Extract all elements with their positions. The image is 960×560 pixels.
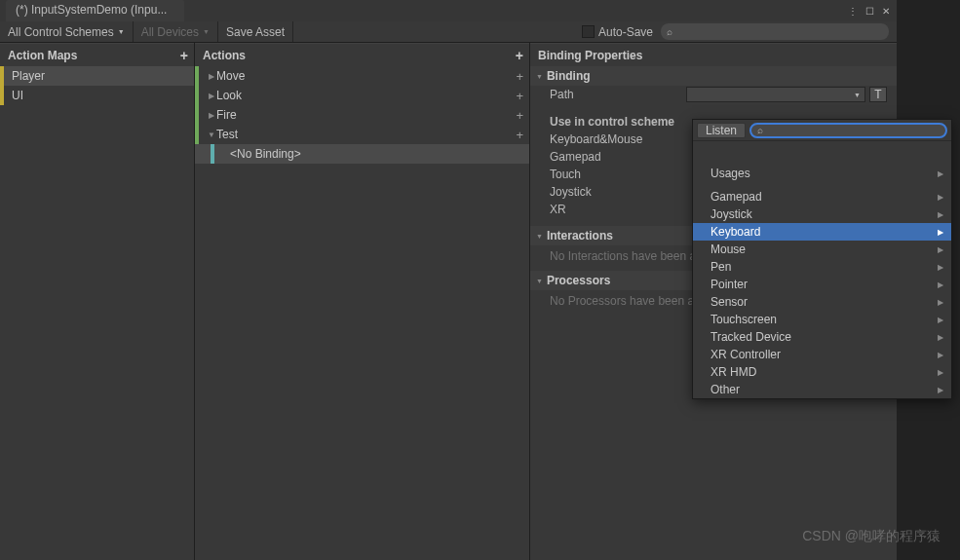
search-icon: ⌕ bbox=[667, 26, 672, 37]
use-in-scheme-label: Use in control scheme bbox=[550, 115, 696, 129]
chevron-right-icon: ▶ bbox=[938, 263, 943, 272]
add-action-button[interactable]: + bbox=[516, 48, 523, 63]
popup-item-joystick[interactable]: Joystick▶ bbox=[693, 205, 951, 223]
popup-item-touchscreen[interactable]: Touchscreen▶ bbox=[693, 311, 951, 328]
action-item-fire[interactable]: ▶ Fire + bbox=[195, 105, 529, 125]
chevron-down-icon: ▼ bbox=[118, 28, 125, 35]
listen-button[interactable]: Listen bbox=[697, 123, 746, 138]
popup-item-other[interactable]: Other▶ bbox=[693, 381, 951, 398]
color-stripe bbox=[0, 86, 4, 105]
popup-item-xr-controller[interactable]: XR Controller▶ bbox=[693, 346, 951, 363]
auto-save-label: Auto-Save bbox=[598, 25, 653, 39]
popup-item-tracked-device[interactable]: Tracked Device▶ bbox=[693, 328, 951, 346]
popup-item-keyboard[interactable]: Keyboard▶ bbox=[693, 223, 951, 241]
chevron-down-icon: ▼ bbox=[536, 73, 543, 80]
chevron-right-icon: ▶ bbox=[938, 316, 943, 324]
binding-item-nobinding[interactable]: <No Binding> bbox=[195, 144, 529, 164]
popup-item-sensor[interactable]: Sensor▶ bbox=[693, 293, 951, 311]
path-picker-popup: Listen ⌕ Usages ▶ Gamepad▶Joystick▶Keybo… bbox=[692, 119, 952, 399]
search-input[interactable]: ⌕ bbox=[661, 23, 889, 40]
chevron-right-icon: ▶ bbox=[938, 386, 943, 394]
devices-dropdown[interactable]: All Devices ▼ bbox=[134, 21, 218, 42]
scheme-keyboard-mouse: Keyboard&Mouse bbox=[550, 132, 696, 146]
chevron-right-icon: ▶ bbox=[938, 368, 943, 377]
auto-save-checkbox[interactable] bbox=[582, 25, 595, 38]
chevron-down-icon: ▼ bbox=[536, 233, 543, 240]
toolbar: All Control Schemes ▼ All Devices ▼ Save… bbox=[0, 21, 897, 43]
chevron-right-icon: ▶ bbox=[938, 351, 943, 359]
add-binding-button[interactable]: + bbox=[516, 89, 523, 103]
color-stripe bbox=[0, 66, 4, 86]
chevron-down-icon: ▼ bbox=[536, 278, 543, 284]
action-item-move[interactable]: ▶ Move + bbox=[195, 66, 529, 86]
popup-item-mouse[interactable]: Mouse▶ bbox=[693, 241, 951, 258]
add-binding-button[interactable]: + bbox=[516, 128, 523, 142]
watermark: CSDN @咆哮的程序猿 bbox=[802, 528, 941, 545]
window-tab[interactable]: (*) InputSystemDemo (Inpu... bbox=[6, 0, 184, 21]
action-maps-header: Action Maps + bbox=[0, 43, 194, 66]
chevron-right-icon: ▶ bbox=[938, 169, 943, 178]
context-menu-icon[interactable]: ⋮ bbox=[845, 4, 861, 19]
chevron-down-icon[interactable]: ▼ bbox=[207, 131, 216, 139]
title-bar: (*) InputSystemDemo (Inpu... ⋮ ☐ ✕ bbox=[0, 0, 897, 21]
chevron-right-icon: ▶ bbox=[938, 298, 943, 307]
actions-header: Actions + bbox=[195, 43, 529, 66]
add-action-map-button[interactable]: + bbox=[180, 48, 188, 63]
tab-title: (*) InputSystemDemo (Inpu... bbox=[16, 3, 167, 17]
chevron-right-icon[interactable]: ▶ bbox=[207, 92, 216, 100]
control-schemes-dropdown[interactable]: All Control Schemes ▼ bbox=[0, 21, 134, 42]
add-binding-button[interactable]: + bbox=[516, 108, 523, 123]
chevron-right-icon: ▶ bbox=[938, 333, 943, 342]
save-asset-button[interactable]: Save Asset bbox=[218, 21, 293, 42]
action-item-test[interactable]: ▼ Test + bbox=[195, 125, 529, 144]
binding-foldout[interactable]: ▼ Binding bbox=[530, 66, 897, 86]
scheme-xr: XR bbox=[550, 203, 696, 216]
scheme-gamepad: Gamepad bbox=[550, 150, 696, 164]
action-item-look[interactable]: ▶ Look + bbox=[195, 86, 529, 105]
scheme-joystick: Joystick bbox=[550, 185, 696, 199]
add-binding-button[interactable]: + bbox=[516, 69, 523, 84]
popup-item-pen[interactable]: Pen▶ bbox=[693, 258, 951, 276]
chevron-right-icon: ▶ bbox=[938, 280, 943, 289]
popup-item-usages[interactable]: Usages ▶ bbox=[693, 165, 951, 182]
popup-item-xr-hmd[interactable]: XR HMD▶ bbox=[693, 363, 951, 381]
chevron-right-icon[interactable]: ▶ bbox=[207, 72, 216, 81]
binding-properties-header: Binding Properties bbox=[530, 43, 897, 66]
chevron-right-icon: ▶ bbox=[938, 228, 943, 237]
path-label: Path bbox=[550, 88, 696, 101]
chevron-down-icon: ▼ bbox=[203, 28, 210, 35]
popup-search-field[interactable] bbox=[763, 125, 940, 136]
chevron-right-icon: ▶ bbox=[938, 210, 943, 219]
chevron-down-icon: ▼ bbox=[854, 92, 861, 98]
chevron-right-icon: ▶ bbox=[938, 193, 943, 202]
popup-item-gamepad[interactable]: Gamepad▶ bbox=[693, 188, 951, 205]
chevron-right-icon[interactable]: ▶ bbox=[207, 111, 216, 120]
close-icon[interactable]: ✕ bbox=[879, 4, 893, 19]
action-map-item-ui[interactable]: UI bbox=[0, 86, 194, 105]
maximize-icon[interactable]: ☐ bbox=[863, 4, 877, 19]
chevron-right-icon: ▶ bbox=[938, 245, 943, 254]
popup-item-pointer[interactable]: Pointer▶ bbox=[693, 276, 951, 293]
action-map-item-player[interactable]: Player bbox=[0, 66, 194, 86]
path-text-toggle[interactable]: T bbox=[869, 87, 887, 102]
scheme-touch: Touch bbox=[550, 168, 696, 181]
path-dropdown[interactable]: ▼ bbox=[686, 87, 865, 102]
popup-search-input[interactable]: ⌕ bbox=[749, 123, 947, 138]
